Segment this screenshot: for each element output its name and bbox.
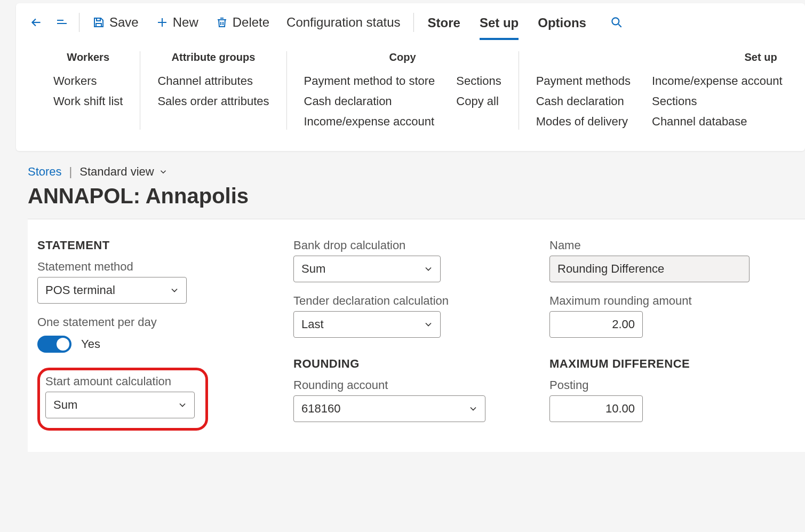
select-tender-declaration[interactable]: Last	[293, 311, 441, 338]
label-one-statement-per-day: One statement per day	[37, 315, 283, 329]
section-head-rounding: Rounding	[293, 357, 539, 371]
list-icon[interactable]	[50, 11, 74, 34]
page-title: ANNAPOL: Annapolis	[28, 184, 805, 208]
input-value: Rounding Difference	[557, 262, 664, 276]
ribbon-link-payment-methods[interactable]: Payment methods	[536, 73, 631, 89]
ribbon-link-copy-all[interactable]: Copy all	[456, 93, 501, 109]
toolbar: Save New Delete Configuration status Sto…	[16, 3, 805, 42]
select-bank-drop[interactable]: Sum	[293, 256, 441, 282]
form-col-statement: Statement Statement method POS terminal …	[37, 239, 283, 431]
label-start-amount-calculation: Start amount calculation	[45, 375, 198, 388]
select-statement-method[interactable]: POS terminal	[37, 277, 187, 304]
ribbon-link-sections[interactable]: Sections	[456, 73, 501, 89]
label-rounding-account: Rounding account	[293, 378, 539, 392]
ribbon-head: Copy	[304, 51, 501, 63]
ribbon-link-channel-attributes[interactable]: Channel attributes	[157, 73, 269, 89]
ribbon-link-income-expense-account2[interactable]: Income/expense account	[652, 73, 783, 89]
ribbon-link-cash-declaration[interactable]: Cash declaration	[304, 93, 435, 109]
ribbon-link-cash-declaration2[interactable]: Cash declaration	[536, 93, 631, 109]
select-value: POS terminal	[45, 283, 115, 297]
ribbon-group-attribute-groups: Attribute groups Channel attributes Sale…	[140, 51, 286, 130]
select-start-amount-calculation[interactable]: Sum	[45, 392, 195, 418]
back-button[interactable]	[25, 11, 48, 34]
chevron-down-icon	[423, 319, 434, 330]
section-head-max-diff: Maximum Difference	[549, 357, 774, 371]
section-head-statement: Statement	[37, 239, 283, 252]
label-tender-declaration: Tender declaration calculation	[293, 294, 539, 308]
breadcrumb-separator: |	[69, 165, 73, 179]
ribbon-link-sections2[interactable]: Sections	[652, 93, 783, 109]
ribbon-head: Set up	[536, 51, 783, 63]
view-selector[interactable]: Standard view	[79, 165, 168, 179]
label-bank-drop: Bank drop calculation	[293, 239, 539, 252]
chevron-down-icon	[177, 400, 188, 410]
ribbon-link-modes-of-delivery[interactable]: Modes of delivery	[536, 114, 631, 130]
toggle-one-statement-per-day[interactable]	[37, 336, 71, 353]
input-max-rounding-amount[interactable]: 2.00	[549, 311, 643, 338]
select-value: Last	[301, 317, 324, 331]
label-name: Name	[549, 239, 774, 252]
tab-options[interactable]: Options	[529, 5, 595, 40]
delete-button[interactable]: Delete	[208, 11, 277, 34]
breadcrumb-link-stores[interactable]: Stores	[28, 165, 62, 179]
tab-store[interactable]: Store	[419, 5, 469, 40]
form-card: Statement Statement method POS terminal …	[28, 219, 805, 452]
page-header: Stores | Standard view ANNAPOL: Annapoli…	[0, 151, 805, 213]
config-status-button[interactable]: Configuration status	[279, 11, 408, 34]
input-value: 10.00	[605, 402, 635, 416]
chevron-down-icon	[158, 167, 168, 177]
ribbon-head: Attribute groups	[157, 51, 269, 63]
view-label: Standard view	[79, 165, 154, 179]
tab-setup[interactable]: Set up	[471, 5, 527, 40]
label-posting: Posting	[549, 378, 774, 392]
input-posting[interactable]: 10.00	[549, 395, 643, 422]
ribbon-group-copy: Copy Payment method to store Cash declar…	[287, 51, 519, 130]
select-value: 618160	[301, 402, 340, 416]
save-button[interactable]: Save	[85, 11, 146, 34]
separator	[79, 13, 79, 32]
ribbon-link-work-shift-list[interactable]: Work shift list	[53, 93, 123, 109]
config-status-label: Configuration status	[286, 15, 400, 30]
ribbon-link-payment-method-to-store[interactable]: Payment method to store	[304, 73, 435, 89]
ribbon-group-setup: Set up Payment methods Cash declaration …	[519, 51, 800, 130]
ribbon-link-sales-order-attributes[interactable]: Sales order attributes	[157, 93, 269, 109]
select-rounding-account[interactable]: 618160	[293, 395, 485, 422]
new-button[interactable]: New	[148, 11, 206, 34]
input-name: Rounding Difference	[549, 256, 750, 282]
label-max-rounding-amount: Maximum rounding amount	[549, 294, 774, 308]
select-value: Sum	[53, 398, 77, 412]
ribbon-link-income-expense-account[interactable]: Income/expense account	[304, 114, 435, 130]
action-pane: Save New Delete Configuration status Sto…	[16, 3, 805, 151]
breadcrumb: Stores | Standard view	[28, 165, 805, 179]
new-label: New	[173, 15, 198, 30]
svg-point-0	[612, 18, 619, 25]
search-button[interactable]	[597, 15, 636, 29]
save-label: Save	[109, 15, 139, 30]
input-value: 2.00	[612, 317, 635, 331]
ribbon-link-channel-database[interactable]: Channel database	[652, 114, 783, 130]
chevron-down-icon	[423, 264, 434, 274]
delete-label: Delete	[233, 15, 269, 30]
toggle-value: Yes	[81, 337, 100, 351]
select-value: Sum	[301, 262, 325, 276]
ribbon-group-workers: Workers Workers Work shift list	[37, 51, 140, 130]
chevron-down-icon	[468, 403, 479, 414]
separator	[413, 13, 414, 32]
form-col-right: Name Rounding Difference Maximum roundin…	[549, 239, 774, 431]
ribbon-head: Workers	[53, 51, 123, 63]
label-statement-method: Statement method	[37, 260, 283, 274]
ribbon-link-workers[interactable]: Workers	[53, 73, 123, 89]
chevron-down-icon	[169, 285, 180, 296]
highlight-start-amount: Start amount calculation Sum	[37, 368, 208, 431]
form-col-middle: Bank drop calculation Sum Tender declara…	[293, 239, 539, 431]
ribbon-panel: Workers Workers Work shift list Attribut…	[16, 42, 805, 151]
